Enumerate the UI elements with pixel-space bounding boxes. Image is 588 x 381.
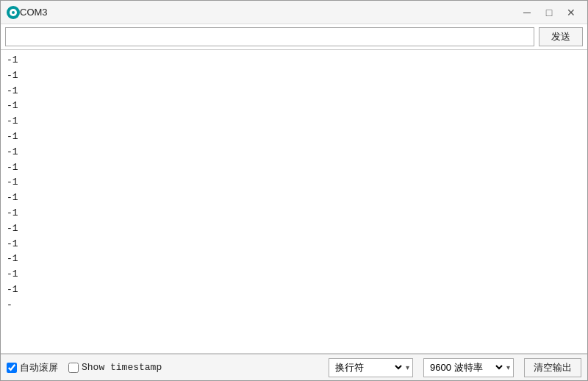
output-line: -1 (7, 129, 581, 145)
output-line: -1 (7, 99, 581, 114)
status-bar: 自动滚屏 Show timestamp 换行符没有行结束符新行回车两者都有 ▾ … (1, 354, 587, 380)
close-button[interactable]: ✕ (561, 4, 581, 21)
auto-scroll-checkbox-label[interactable]: 自动滚屏 (7, 361, 58, 374)
send-input[interactable] (5, 27, 534, 46)
timestamp-label: Show timestamp (82, 362, 162, 373)
output-line: -1 (7, 114, 581, 129)
output-line: -1 (7, 68, 581, 84)
output-line: -1 (7, 175, 581, 190)
maximize-button[interactable]: □ (539, 4, 559, 21)
line-ending-select[interactable]: 换行符没有行结束符新行回车两者都有 (332, 361, 404, 374)
baud-rate-select[interactable]: 300 波特率1200 波特率2400 波特率4800 波特率9600 波特率1… (427, 361, 505, 374)
output-line: -1 (7, 190, 581, 206)
serial-output-area[interactable]: -1-1-1-1-1-1-1-1-1-1-1-1-1-1-1-1- (1, 50, 587, 354)
send-button[interactable]: 发送 (539, 27, 583, 46)
window-title: COM3 (20, 7, 517, 18)
minimize-button[interactable]: ─ (517, 4, 537, 21)
window-controls: ─ □ ✕ (517, 4, 581, 21)
output-line: -1 (7, 53, 581, 68)
main-window: COM3 ─ □ ✕ 发送 -1-1-1-1-1-1-1-1-1-1-1-1-1… (0, 0, 588, 381)
arduino-icon (7, 6, 20, 19)
output-line: -1 (7, 84, 581, 99)
title-bar: COM3 ─ □ ✕ (1, 1, 587, 24)
output-line: -1 (7, 206, 581, 221)
output-line: -1 (7, 267, 581, 282)
output-line: - (7, 298, 581, 313)
timestamp-checkbox-label[interactable]: Show timestamp (68, 362, 162, 373)
auto-scroll-label: 自动滚屏 (20, 361, 58, 374)
output-line: -1 (7, 237, 581, 252)
baud-rate-dropdown-wrapper[interactable]: 300 波特率1200 波特率2400 波特率4800 波特率9600 波特率1… (423, 358, 514, 377)
output-line: -1 (7, 160, 581, 176)
output-line: -1 (7, 252, 581, 267)
clear-button[interactable]: 清空输出 (524, 358, 581, 377)
line-ending-dropdown-wrapper[interactable]: 换行符没有行结束符新行回车两者都有 ▾ (329, 358, 413, 377)
send-bar: 发送 (1, 24, 587, 50)
line-ending-arrow-icon: ▾ (406, 363, 409, 371)
baud-rate-arrow-icon: ▾ (506, 363, 510, 371)
timestamp-checkbox[interactable] (68, 363, 79, 373)
auto-scroll-checkbox[interactable] (7, 363, 17, 373)
output-line: -1 (7, 282, 581, 298)
output-line: -1 (7, 221, 581, 237)
output-line: -1 (7, 145, 581, 160)
